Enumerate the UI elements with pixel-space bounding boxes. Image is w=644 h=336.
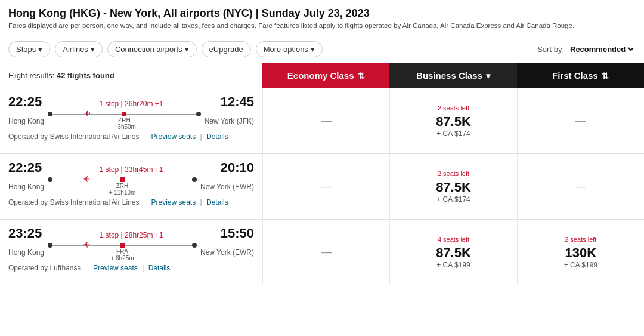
not-available: — bbox=[321, 115, 332, 127]
stopover-label: ZRH+ 11h10m bbox=[109, 183, 136, 196]
stopover-label: ZRH+ 3h50m bbox=[113, 117, 136, 130]
seats-left: 4 seats left bbox=[436, 236, 471, 243]
sub-price: + CA $174 bbox=[436, 195, 471, 204]
origin-dot bbox=[48, 243, 52, 248]
route-segment-line2 bbox=[126, 114, 196, 115]
sort-label: Sort by: bbox=[537, 45, 564, 54]
not-available: — bbox=[575, 180, 586, 193]
plane-icon: ✈ bbox=[83, 240, 90, 249]
fare-cell[interactable]: 2 seats left 130K + CA $199 bbox=[564, 236, 597, 269]
points-value: 87.5K bbox=[436, 180, 471, 195]
arrive-time: 15:50 bbox=[221, 226, 254, 241]
preview-seats-link[interactable]: Preview seats bbox=[151, 198, 196, 206]
first-cell: — bbox=[517, 154, 644, 219]
depart-time: 22:25 bbox=[8, 94, 42, 110]
first-cell[interactable]: 2 seats left 130K + CA $199 bbox=[517, 220, 644, 285]
economy-cell: — bbox=[262, 154, 389, 219]
flight-row: 23:25 1 stop | 28hr25m +1 15:50 Hong Kon… bbox=[0, 220, 644, 285]
sort-select[interactable]: Recommended bbox=[568, 44, 636, 54]
first-cell: — bbox=[517, 88, 644, 153]
route-line: ✈ FRA+ 6h25m bbox=[48, 243, 197, 261]
flight-info: 22:25 1 stop | 33hr45m +1 20:10 Hong Kon… bbox=[0, 154, 262, 219]
economy-cell: — bbox=[262, 220, 389, 285]
seats-left: 2 seats left bbox=[436, 104, 471, 112]
fare-cell[interactable]: 4 seats left 87.5K + CA $199 bbox=[436, 236, 471, 269]
flight-info: 23:25 1 stop | 28hr25m +1 15:50 Hong Kon… bbox=[0, 220, 262, 285]
not-available: — bbox=[575, 115, 586, 127]
results-label: Flight results: bbox=[8, 71, 54, 80]
business-cell[interactable]: 2 seats left 87.5K + CA $174 bbox=[389, 154, 516, 219]
chevron-down-icon: ▾ bbox=[311, 45, 315, 54]
stop-dot bbox=[120, 177, 125, 182]
origin-dot bbox=[48, 112, 52, 116]
destination: New York (EWR) bbox=[200, 248, 254, 257]
stop-info: 1 stop | 33hr45m +1 bbox=[45, 165, 216, 174]
stopover-label: FRA+ 6h25m bbox=[110, 248, 134, 261]
destination: New York (EWR) bbox=[200, 183, 254, 191]
fare-cell[interactable]: 2 seats left 87.5K + CA $174 bbox=[436, 104, 471, 138]
results-count: 42 flights found bbox=[57, 71, 114, 80]
preview-seats-link[interactable]: Preview seats bbox=[93, 264, 138, 272]
plane-icon: ✈ bbox=[83, 109, 91, 118]
arrive-time: 20:10 bbox=[221, 160, 254, 175]
airline-info: Operated by Lufthansa Preview seats | De… bbox=[8, 264, 254, 272]
not-available: — bbox=[321, 180, 332, 193]
stop-dot bbox=[120, 243, 125, 248]
sort-area: Sort by: Recommended bbox=[537, 44, 636, 54]
points-value: 130K bbox=[564, 245, 597, 261]
route-line: ✈ ZRH+ 11h10m bbox=[48, 177, 197, 196]
preview-seats-link[interactable]: Preview seats bbox=[151, 132, 196, 141]
chevron-down-icon: ▾ bbox=[185, 45, 189, 54]
business-sort-icon: ▾ bbox=[486, 71, 490, 81]
page-title: Hong Kong (HKG) - New York, All airports… bbox=[8, 7, 636, 20]
flight-row: 22:25 1 stop | 26hr20m +1 12:45 Hong Kon… bbox=[0, 88, 644, 154]
flight-info: 22:25 1 stop | 26hr20m +1 12:45 Hong Kon… bbox=[0, 88, 262, 153]
economy-sort-icon: ⇅ bbox=[358, 71, 365, 81]
flights-list: 22:25 1 stop | 26hr20m +1 12:45 Hong Kon… bbox=[0, 88, 644, 285]
plane-icon: ✈ bbox=[83, 174, 90, 184]
results-info: Flight results: 42 flights found bbox=[0, 65, 262, 86]
route-segment-line2 bbox=[125, 245, 192, 246]
airline-name: Operated by Swiss International Air Line… bbox=[8, 132, 139, 141]
airlines-filter-button[interactable]: Airlines ▾ bbox=[55, 41, 103, 57]
origin: Hong Kong bbox=[8, 117, 44, 125]
details-link[interactable]: Details bbox=[206, 198, 228, 206]
dest-dot bbox=[192, 243, 197, 248]
origin-dot bbox=[48, 177, 52, 182]
stop-info: 1 stop | 28hr25m +1 bbox=[45, 231, 216, 239]
sub-price: + CA $199 bbox=[436, 261, 471, 269]
business-cell[interactable]: 4 seats left 87.5K + CA $199 bbox=[389, 220, 516, 285]
dest-dot bbox=[196, 112, 201, 116]
route-segment-line2 bbox=[125, 180, 192, 180]
route-segment-line: ✈ bbox=[52, 114, 122, 115]
stop-dot bbox=[122, 112, 126, 116]
route-segment-line: ✈ bbox=[52, 180, 120, 180]
business-class-header[interactable]: Business Class ▾ bbox=[389, 63, 516, 88]
first-class-header[interactable]: First Class ⇅ bbox=[517, 63, 644, 88]
economy-cell: — bbox=[262, 88, 389, 153]
chevron-down-icon: ▾ bbox=[38, 45, 42, 54]
destination: New York (JFK) bbox=[205, 117, 254, 125]
economy-class-header[interactable]: Economy Class ⇅ bbox=[262, 63, 389, 88]
airline-name: Operated by Swiss International Air Line… bbox=[8, 198, 139, 206]
origin: Hong Kong bbox=[8, 248, 44, 257]
flight-row: 22:25 1 stop | 33hr45m +1 20:10 Hong Kon… bbox=[0, 154, 644, 220]
route-segment-line: ✈ bbox=[52, 245, 120, 246]
first-sort-icon: ⇅ bbox=[602, 71, 609, 81]
more-options-button[interactable]: More options ▾ bbox=[256, 41, 323, 57]
details-link[interactable]: Details bbox=[206, 132, 228, 141]
airline-info: Operated by Swiss International Air Line… bbox=[8, 198, 254, 206]
connection-filter-button[interactable]: Connection airports ▾ bbox=[107, 41, 197, 57]
filter-bar: Stops ▾ Airlines ▾ Connection airports ▾… bbox=[0, 38, 644, 63]
origin: Hong Kong bbox=[8, 183, 44, 191]
seats-left: 2 seats left bbox=[436, 170, 471, 177]
points-value: 87.5K bbox=[436, 245, 471, 261]
arrive-time: 12:45 bbox=[221, 94, 254, 110]
fare-cell[interactable]: 2 seats left 87.5K + CA $174 bbox=[436, 170, 471, 204]
stops-filter-button[interactable]: Stops ▾ bbox=[8, 41, 50, 57]
depart-time: 22:25 bbox=[8, 160, 42, 175]
eupgrade-button[interactable]: eUpgrade bbox=[202, 41, 251, 57]
results-section: Flight results: 42 flights found Economy… bbox=[0, 63, 644, 285]
business-cell[interactable]: 2 seats left 87.5K + CA $174 bbox=[389, 88, 516, 153]
details-link[interactable]: Details bbox=[148, 264, 171, 272]
